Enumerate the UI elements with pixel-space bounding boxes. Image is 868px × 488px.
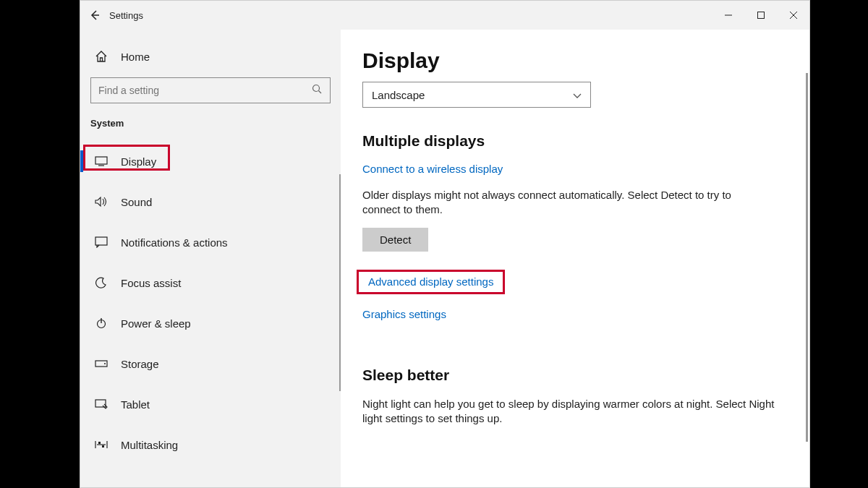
tablet-icon [93,399,109,410]
content-scrollbar[interactable] [806,73,808,442]
sidebar-item-label: Tablet [121,398,150,411]
sidebar-item-label: Power & sleep [121,317,191,330]
svg-point-4 [313,85,320,91]
sidebar-item-label: Sound [121,196,152,208]
titlebar: Settings [80,1,809,30]
svg-line-5 [319,90,322,93]
minimize-icon [724,11,733,20]
sidebar-item-label: Storage [121,358,159,370]
detect-description: Older displays might not always connect … [362,188,739,218]
advanced-display-link[interactable]: Advanced display settings [368,275,493,288]
sidebar-item-display[interactable]: Display [80,145,341,178]
sleep-description: Night light can help you get to sleep by… [362,397,788,427]
back-button[interactable] [80,1,109,30]
sidebar-item-label: Display [121,155,156,168]
search-input[interactable] [98,85,312,96]
sidebar-item-tablet[interactable]: Tablet [80,388,341,421]
dropdown-value: Landscape [372,89,425,101]
svg-rect-17 [98,442,101,444]
arrow-left-icon [89,9,101,21]
home-nav[interactable]: Home [80,43,341,70]
display-icon [93,156,109,166]
sleep-better-heading: Sleep better [362,367,788,384]
wireless-display-link[interactable]: Connect to a wireless display [362,163,503,175]
svg-rect-8 [95,237,107,245]
detect-button[interactable]: Detect [362,228,428,252]
graphics-settings-link[interactable]: Graphics settings [362,308,446,320]
svg-rect-18 [102,445,104,448]
sidebar-item-notifications[interactable]: Notifications & actions [80,226,341,259]
power-icon [93,317,109,329]
notifications-icon [93,236,109,248]
multitasking-icon [93,440,109,450]
content-panel: Display Landscape Multiple displays Conn… [341,30,809,487]
sidebar-item-focus-assist[interactable]: Focus assist [80,266,341,299]
sidebar-item-label: Notifications & actions [121,236,228,249]
maximize-button[interactable] [744,1,777,30]
settings-window: Settings Home System [80,0,810,488]
search-box[interactable] [90,77,331,103]
svg-rect-1 [757,12,764,19]
window-title: Settings [109,10,143,21]
svg-rect-6 [95,157,107,164]
sound-icon [93,196,109,207]
sidebar-group-label: System [80,118,341,137]
home-icon [93,50,109,63]
sidebar-item-label: Multitasking [121,439,178,451]
sidebar-item-label: Focus assist [121,277,181,289]
sidebar-item-storage[interactable]: Storage [80,347,341,380]
home-label: Home [121,51,150,63]
minimize-button[interactable] [712,1,744,30]
search-icon [312,84,323,98]
close-button[interactable] [777,1,809,30]
moon-icon [93,277,109,288]
svg-rect-13 [95,400,106,407]
sidebar-item-multitasking[interactable]: Multitasking [80,428,341,461]
orientation-dropdown[interactable]: Landscape [362,82,591,108]
chevron-down-icon [573,89,582,101]
close-icon [789,11,798,20]
multiple-displays-heading: Multiple displays [362,132,788,150]
maximize-icon [757,11,765,20]
sidebar: Home System Display Sound [80,30,341,487]
sidebar-item-power-sleep[interactable]: Power & sleep [80,307,341,340]
storage-icon [93,360,109,367]
page-title: Display [362,48,788,73]
svg-point-12 [104,363,106,364]
sidebar-item-sound[interactable]: Sound [80,185,341,218]
